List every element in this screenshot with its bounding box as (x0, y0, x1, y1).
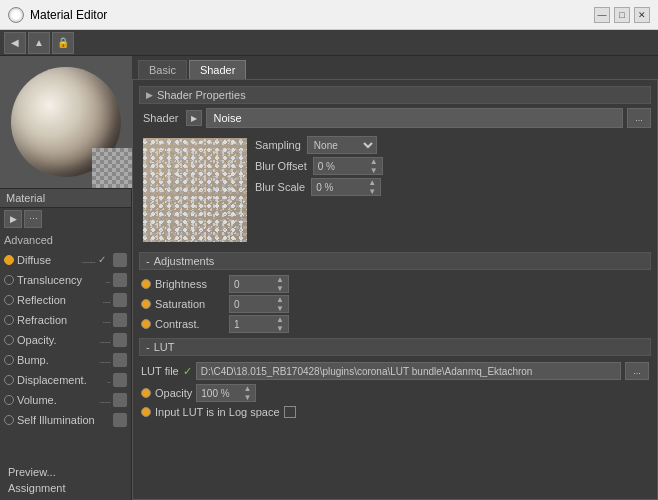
material-toolbar: ▶ ⋯ (0, 208, 131, 230)
contrast-row: Contrast. 1 ▲ ▼ (139, 314, 651, 334)
channel-item-diffuse[interactable]: Diffuse ......... ✓ (0, 250, 131, 270)
right-panel: Basic Shader ▶ Shader Properties Shader … (132, 56, 658, 500)
section-arrow-icon: ▶ (146, 90, 153, 100)
saturation-up-btn[interactable]: ▲ (276, 295, 284, 304)
sampling-label: Sampling (255, 139, 301, 151)
saturation-radio[interactable] (141, 299, 151, 309)
brightness-down-btn[interactable]: ▼ (276, 284, 284, 293)
material-label: Material (6, 192, 45, 204)
blur-scale-input[interactable]: 0 % ▲ ▼ (311, 178, 381, 196)
channel-item-translucency[interactable]: Translucency ... (0, 270, 131, 290)
material-label-bar: Material (0, 188, 131, 208)
blur-scale-value: 0 % (316, 182, 333, 193)
close-button[interactable]: ✕ (634, 7, 650, 23)
lut-opacity-down-btn[interactable]: ▼ (243, 393, 251, 402)
channel-radio-volume (4, 395, 14, 405)
brightness-radio[interactable] (141, 279, 151, 289)
sampling-row: Sampling None (255, 136, 383, 154)
channel-item-reflection[interactable]: Reflection ..... (0, 290, 131, 310)
blur-offset-label: Blur Offset (255, 160, 307, 172)
tab-basic[interactable]: Basic (138, 60, 187, 79)
channel-name-bump: Bump. (17, 354, 96, 366)
channel-item-refraction[interactable]: Refraction ..... (0, 310, 131, 330)
lut-opacity-up-btn[interactable]: ▲ (243, 384, 251, 393)
saturation-input[interactable]: 0 ▲ ▼ (229, 295, 289, 313)
sampling-select[interactable]: None (307, 136, 377, 154)
tab-shader[interactable]: Shader (189, 60, 246, 79)
sampling-params: Sampling None Blur Offset 0 % ▲ ▼ (255, 134, 383, 246)
shader-play-button[interactable]: ▶ (186, 110, 202, 126)
contrast-down-btn[interactable]: ▼ (276, 324, 284, 333)
contrast-label: Contrast. (155, 318, 225, 330)
saturation-spinners: ▲ ▼ (276, 295, 284, 313)
lut-path-field[interactable]: D:\C4D\18.015_RB170428\plugins\corona\LU… (196, 362, 621, 380)
contrast-up-btn[interactable]: ▲ (276, 315, 284, 324)
back-button[interactable]: ◀ (4, 32, 26, 54)
lut-opacity-spinners: ▲ ▼ (243, 384, 251, 402)
channel-icon-reflection (113, 293, 127, 307)
channel-item-bump[interactable]: Bump. ....... (0, 350, 131, 370)
blur-scale-up-btn[interactable]: ▲ (368, 178, 376, 187)
channel-name-opacity: Opacity. (17, 334, 96, 346)
up-button[interactable]: ▲ (28, 32, 50, 54)
lut-more-button[interactable]: ... (625, 362, 649, 380)
channel-radio-bump (4, 355, 14, 365)
channel-item-opacity[interactable]: Opacity. ....... (0, 330, 131, 350)
channel-item-displacement[interactable]: Displacement. .. (0, 370, 131, 390)
lut-file-row: LUT file ✓ D:\C4D\18.015_RB170428\plugin… (139, 360, 651, 382)
lut-log-radio[interactable] (141, 407, 151, 417)
sampling-area: Sampling None Blur Offset 0 % ▲ ▼ (139, 134, 651, 246)
contrast-value: 1 (234, 319, 240, 330)
brightness-label: Brightness (155, 278, 225, 290)
channel-list: Advanced Diffuse ......... ✓ Translucenc… (0, 230, 131, 460)
blur-offset-row: Blur Offset 0 % ▲ ▼ (255, 157, 383, 175)
contrast-radio[interactable] (141, 319, 151, 329)
channel-radio-opacity (4, 335, 14, 345)
shader-more-button[interactable]: ... (627, 108, 651, 128)
preview-link[interactable]: Preview... (4, 464, 127, 480)
lut-opacity-radio[interactable] (141, 388, 151, 398)
contrast-input[interactable]: 1 ▲ ▼ (229, 315, 289, 333)
brightness-up-btn[interactable]: ▲ (276, 275, 284, 284)
assignment-link[interactable]: Assignment (4, 480, 127, 496)
lut-opacity-input[interactable]: 100 % ▲ ▼ (196, 384, 256, 402)
app-icon (8, 7, 24, 23)
channel-item-volume[interactable]: Volume. ....... (0, 390, 131, 410)
channel-icon-refraction (113, 313, 127, 327)
channel-name-displacement: Displacement. (17, 374, 104, 386)
channel-name-advanced: Advanced (4, 234, 53, 246)
blur-offset-up-btn[interactable]: ▲ (370, 157, 378, 166)
shader-field-label: Shader (139, 110, 182, 126)
noise-canvas (143, 138, 247, 242)
blur-scale-down-btn[interactable]: ▼ (368, 187, 376, 196)
lut-opacity-row: Opacity 100 % ▲ ▼ (139, 382, 651, 404)
saturation-down-btn[interactable]: ▼ (276, 304, 284, 313)
blur-offset-value: 0 % (318, 161, 335, 172)
lock-button[interactable]: 🔒 (52, 32, 74, 54)
channel-item-advanced[interactable]: Advanced (0, 230, 131, 250)
adjustments-label: Adjustments (154, 255, 215, 267)
brightness-spinners: ▲ ▼ (276, 275, 284, 293)
blur-scale-label: Blur Scale (255, 181, 305, 193)
minimize-button[interactable]: — (594, 7, 610, 23)
lut-log-label: Input LUT is in Log space (155, 406, 280, 418)
maximize-button[interactable]: □ (614, 7, 630, 23)
lut-file-label: LUT file (141, 365, 179, 377)
mat-more-btn[interactable]: ⋯ (24, 210, 42, 228)
channel-radio-reflection (4, 295, 14, 305)
channel-item-self-illum[interactable]: Self Illumination (0, 410, 131, 430)
blur-offset-input[interactable]: 0 % ▲ ▼ (313, 157, 383, 175)
lut-log-checkbox[interactable] (284, 406, 296, 418)
channel-icon-opacity (113, 333, 127, 347)
shader-name-input[interactable] (206, 108, 623, 128)
lut-section-title: - LUT (139, 338, 651, 356)
tabs-bar: Basic Shader (132, 56, 658, 79)
blur-scale-spinners: ▲ ▼ (368, 178, 376, 196)
mat-play-btn[interactable]: ▶ (4, 210, 22, 228)
channel-icon-translucency (113, 273, 127, 287)
channel-radio-displacement (4, 375, 14, 385)
channel-icon-volume (113, 393, 127, 407)
brightness-value: 0 (234, 279, 240, 290)
brightness-input[interactable]: 0 ▲ ▼ (229, 275, 289, 293)
blur-offset-down-btn[interactable]: ▼ (370, 166, 378, 175)
